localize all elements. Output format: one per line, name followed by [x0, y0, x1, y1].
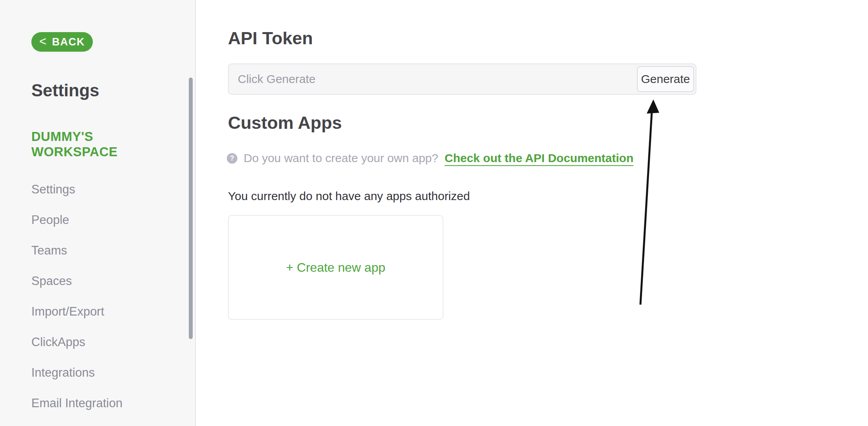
no-apps-empty-state-text: You currently do not have any apps autho… [228, 190, 470, 203]
api-documentation-link[interactable]: Check out the API Documentation [445, 152, 633, 165]
api-token-field: Generate [228, 63, 696, 95]
help-icon[interactable]: ? [227, 153, 237, 164]
custom-apps-help-row: ? Do you want to create your own app? Ch… [227, 152, 633, 164]
api-token-heading: API Token [228, 28, 313, 49]
settings-page: < BACK Settings DUMMY'S WORKSPACE Settin… [0, 0, 868, 426]
api-token-input[interactable] [229, 64, 696, 94]
help-question-text: Do you want to create your own app? [244, 152, 438, 165]
generate-button[interactable]: Generate [637, 66, 694, 92]
custom-apps-heading: Custom Apps [228, 113, 342, 133]
create-new-app-button[interactable]: + Create new app [228, 215, 443, 320]
main-content: API Token Generate Custom Apps ? Do you … [0, 0, 868, 426]
create-new-app-label: + Create new app [286, 260, 385, 275]
